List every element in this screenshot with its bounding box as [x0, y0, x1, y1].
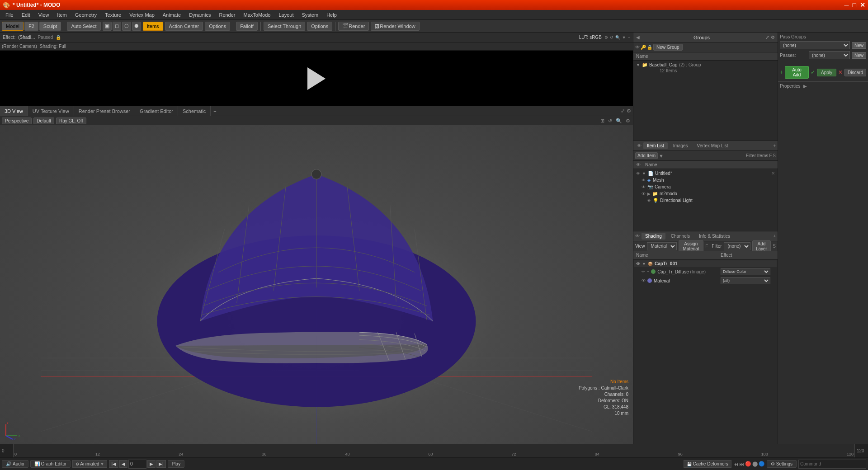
- item-camera[interactable]: 👁 📷 Camera: [634, 183, 777, 190]
- settings-icon-2[interactable]: ↺: [610, 35, 613, 40]
- menu-layout[interactable]: Layout: [275, 11, 297, 19]
- model-mode-button[interactable]: Model: [2, 22, 24, 31]
- menu-dynamics[interactable]: Dynamics: [185, 11, 214, 19]
- vp-icon-maximize[interactable]: ⤢: [621, 108, 625, 114]
- play-label-button[interactable]: Play: [168, 460, 184, 468]
- shading-f-btn[interactable]: F: [705, 244, 708, 249]
- eye-icon-m2modo[interactable]: 👁: [642, 192, 646, 196]
- menu-animate[interactable]: Animate: [159, 11, 184, 19]
- tab-3d-view[interactable]: 3D View: [0, 106, 28, 116]
- select-tool-2[interactable]: ◻: [113, 22, 121, 31]
- render-button[interactable]: 🎬 Render: [338, 22, 369, 31]
- eye-icon-capTr001[interactable]: 👁: [636, 262, 640, 266]
- settings-icon-5[interactable]: +: [628, 35, 630, 40]
- tab-channels[interactable]: Channels: [667, 233, 693, 240]
- menu-edit[interactable]: Edit: [18, 11, 34, 19]
- properties-expand-icon[interactable]: ▶: [803, 84, 807, 89]
- expand-arrow-icon[interactable]: ▼: [636, 63, 640, 67]
- menu-geometry[interactable]: Geometry: [71, 11, 100, 19]
- item-m2modo[interactable]: 👁 ▶ 📁 m2modo: [634, 190, 777, 197]
- shading-row-diffuse[interactable]: ✏ + Cap_Tr_Diffuse (Image) Diffuse Color: [634, 267, 777, 276]
- tab-images[interactable]: Images: [670, 142, 692, 149]
- eye-icon-camera[interactable]: 👁: [642, 185, 646, 189]
- minimize-button[interactable]: ─: [844, 1, 849, 9]
- play-button[interactable]: ▶: [147, 460, 156, 468]
- select-tool-3[interactable]: ⬡: [122, 22, 131, 31]
- cache-deformers-button[interactable]: 💾 Cache Deformers: [684, 460, 731, 468]
- menu-file[interactable]: File: [2, 11, 17, 19]
- settings-icon-4[interactable]: ▼: [622, 35, 626, 40]
- tab-add-button[interactable]: +: [211, 108, 219, 115]
- sculpt-button[interactable]: Sculpt: [39, 22, 61, 31]
- add-item-dropdown-icon[interactable]: ▼: [659, 153, 664, 159]
- menu-vertex-map[interactable]: Vertex Map: [126, 11, 158, 19]
- menu-texture[interactable]: Texture: [101, 11, 125, 19]
- play-button-overlay[interactable]: [307, 67, 326, 90]
- tab-vertex-map-list[interactable]: Vertex Map List: [693, 142, 732, 149]
- menu-help[interactable]: Help: [323, 11, 340, 19]
- new-pass-button[interactable]: New: [852, 42, 866, 49]
- auto-select-button[interactable]: Auto Select: [67, 22, 100, 31]
- f2-button[interactable]: F2: [24, 22, 38, 31]
- new-group-button[interactable]: New Group: [653, 44, 683, 51]
- next-frame-button[interactable]: ▶|: [156, 460, 166, 468]
- transport-1[interactable]: ⏮: [733, 461, 738, 467]
- filter-f-icon[interactable]: F: [769, 153, 772, 158]
- frame-input[interactable]: [128, 460, 146, 469]
- item-list-add-icon[interactable]: +: [773, 143, 776, 148]
- shading-row-capTr001[interactable]: 👁 ▼ 📦 CapTr_001: [634, 260, 777, 267]
- menu-view[interactable]: View: [35, 11, 53, 19]
- action-center-button[interactable]: Action Center: [165, 22, 203, 31]
- item-mesh[interactable]: 👁 ◈ Mesh: [634, 177, 777, 183]
- falloff-button[interactable]: Falloff: [236, 22, 258, 31]
- shading-s-btn[interactable]: S: [773, 244, 776, 249]
- eye-icon-mesh[interactable]: 👁: [642, 178, 646, 183]
- filter-select[interactable]: (none): [724, 242, 750, 250]
- timeline-ruler[interactable]: 0 12 24 36 48 60 72 84 96 108 120: [14, 444, 854, 457]
- assign-material-button[interactable]: Assign Material: [679, 240, 704, 252]
- settings-button[interactable]: ⚙ Settings: [767, 460, 797, 468]
- plus-icon-diffuse[interactable]: +: [647, 269, 649, 274]
- group-item-baseball-cap[interactable]: ▼ 📁 Baseball_Cap (2) : Group: [634, 61, 777, 68]
- render-window-button[interactable]: 🖼 Render Window: [371, 22, 419, 31]
- diffuse-effect-select[interactable]: Diffuse Color: [721, 268, 770, 275]
- tab-shading[interactable]: Shading: [642, 233, 665, 240]
- transport-3[interactable]: 🔴: [745, 461, 751, 467]
- transport-2[interactable]: ⏭: [739, 461, 744, 467]
- tab-info-stats[interactable]: Info & Statistics: [695, 233, 734, 240]
- audio-button[interactable]: 🔊 Audio: [2, 460, 28, 468]
- groups-expand-icon[interactable]: ⤢: [765, 35, 769, 40]
- graph-editor-button[interactable]: 📊 Graph Editor: [30, 460, 71, 468]
- animated-dropdown-icon[interactable]: ▼: [100, 462, 104, 466]
- pass-none-select[interactable]: (none): [780, 41, 850, 49]
- maximize-button[interactable]: □: [853, 1, 856, 9]
- select-tool-1[interactable]: ▣: [103, 22, 112, 31]
- item-directional-light[interactable]: 👁 💡 Directional Light: [634, 197, 777, 204]
- shading-add-icon[interactable]: +: [773, 234, 776, 239]
- perspective-button[interactable]: Perspective: [2, 118, 32, 124]
- command-input[interactable]: [798, 460, 866, 469]
- material-effect-select[interactable]: (all): [721, 277, 770, 284]
- eye-icon-light[interactable]: 👁: [647, 198, 651, 203]
- shading-row-material[interactable]: 👁 Material (all): [634, 276, 777, 285]
- settings-icon-1[interactable]: ⚙: [604, 35, 608, 40]
- close-button[interactable]: ✕: [860, 1, 865, 9]
- passes-select[interactable]: (none): [809, 51, 850, 59]
- vp-settings-icon[interactable]: ⚙: [625, 117, 631, 125]
- auto-add-button[interactable]: Auto Add: [785, 66, 809, 79]
- edit-icon-diffuse[interactable]: ✏: [642, 269, 645, 274]
- ray-gl-button[interactable]: Ray GL: Off: [56, 118, 86, 124]
- animated-button[interactable]: ⚙ Animated ▼: [72, 460, 107, 468]
- 3d-viewport[interactable]: No Items Polygons : Catmull-Clark Channe…: [0, 125, 633, 444]
- vp-rotate-icon[interactable]: ↺: [607, 117, 613, 125]
- groups-settings-icon[interactable]: ⚙: [771, 35, 775, 40]
- expand-icon-untitled[interactable]: ▼: [642, 171, 646, 176]
- vp-zoom-icon[interactable]: 🔍: [615, 117, 623, 125]
- options-button[interactable]: Options: [205, 22, 230, 31]
- menu-render[interactable]: Render: [215, 11, 239, 19]
- transport-4[interactable]: ⬤: [752, 461, 758, 467]
- item-untitled[interactable]: 👁 ▼ 📄 Untitled* ✕: [634, 170, 777, 177]
- menu-system[interactable]: System: [298, 11, 322, 19]
- select-through-button[interactable]: Select Through: [264, 22, 305, 31]
- tab-gradient[interactable]: Gradient Editor: [135, 106, 178, 116]
